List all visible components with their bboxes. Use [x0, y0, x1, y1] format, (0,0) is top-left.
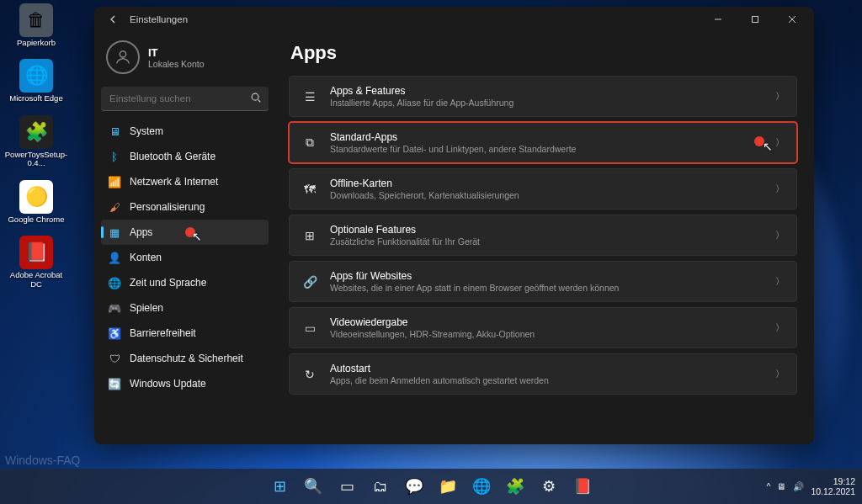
nav-icon: 🔄	[108, 377, 121, 390]
clock-time: 19:12	[811, 476, 855, 486]
nav-label: Spielen	[130, 302, 163, 314]
user-subtitle: Lokales Konto	[148, 59, 205, 69]
chevron-right-icon: 〉	[775, 275, 785, 288]
desktop-icon-2[interactable]: 🧩PowerToysSetup-0.4...	[7, 115, 66, 168]
card-title: Apps für Websites	[330, 270, 619, 282]
system-tray: ^ 🖥 🔊 19:12 10.12.2021	[767, 476, 856, 496]
nav-label: Barrierefreiheit	[130, 327, 196, 339]
card-desc: Apps, die beim Anmelden automatisch gest…	[330, 375, 549, 385]
taskbar-edge[interactable]: 🌐	[466, 471, 497, 501]
titlebar: Einstellungen	[94, 7, 814, 32]
desktop-icon-1[interactable]: 🌐Microsoft Edge	[7, 59, 66, 103]
card-title: Optionale Features	[330, 224, 480, 236]
desktop-icon-glyph: 🌐	[19, 59, 53, 93]
chevron-right-icon: 〉	[775, 321, 785, 334]
chevron-right-icon: 〉	[775, 368, 785, 380]
desktop-icon-0[interactable]: 🗑Papierkorb	[7, 3, 66, 47]
desktop-icon-glyph: 📕	[19, 236, 53, 269]
taskbar-powertoys[interactable]: 🧩	[500, 471, 530, 501]
nav-label: Zeit und Sprache	[130, 277, 206, 289]
desktop-icon-3[interactable]: 🟡Google Chrome	[7, 180, 66, 224]
nav-icon: ♿	[108, 326, 121, 340]
taskbar-chat[interactable]: 💬	[399, 471, 429, 501]
svg-point-3	[252, 93, 258, 100]
nav-label: Netzwerk & Internet	[130, 176, 218, 188]
sidebar-item-konten[interactable]: 👤Konten	[101, 245, 269, 270]
nav-icon: ᛒ	[108, 150, 121, 163]
sidebar: IT Lokales Konto 🖥SystemᛒBluetooth & Ger…	[94, 32, 275, 444]
page-title: Apps	[290, 42, 797, 64]
desktop-icon-label: Microsoft Edge	[9, 94, 62, 103]
sidebar-item-windows-update[interactable]: 🔄Windows Update	[101, 371, 269, 396]
card-title: Standard-Apps	[330, 131, 576, 143]
svg-rect-1	[753, 17, 758, 23]
tray-chevron-icon[interactable]: ^	[767, 481, 771, 491]
nav-label: Bluetooth & Geräte	[130, 151, 216, 162]
tray-network-icon[interactable]: 🖥	[777, 481, 786, 491]
nav-icon: 👤	[108, 251, 121, 264]
card-title: Autostart	[330, 363, 549, 374]
card-desc: Downloads, Speicherort, Kartenaktualisie…	[330, 190, 519, 200]
sidebar-item-barrierefreiheit[interactable]: ♿Barrierefreiheit	[101, 321, 269, 346]
desktop-icon-4[interactable]: 📕Adobe Acrobat DC	[7, 236, 66, 289]
close-button[interactable]	[774, 7, 811, 32]
sidebar-item-zeit-und-sprache[interactable]: 🌐Zeit und Sprache	[101, 270, 269, 295]
desktop-icon-label: Papierkorb	[17, 39, 56, 47]
chevron-right-icon: 〉	[775, 136, 785, 149]
taskbar-settings[interactable]: ⚙	[534, 471, 564, 501]
desktop-icon-label: PowerToysSetup-0.4...	[5, 151, 67, 168]
sidebar-item-datenschutz-sicherheit[interactable]: 🛡Datenschutz & Sicherheit	[101, 346, 269, 371]
search-box[interactable]	[101, 87, 269, 111]
card-desc: Zusätzliche Funktionalität für Ihr Gerät	[330, 236, 480, 247]
desktop-icon-label: Adobe Acrobat DC	[7, 271, 66, 289]
nav-label: Windows Update	[130, 378, 206, 390]
minimize-button[interactable]	[700, 7, 737, 32]
taskbar-acrobat[interactable]: 📕	[567, 471, 598, 501]
nav-label: Apps	[130, 226, 152, 238]
card-title: Videowiedergabe	[330, 316, 535, 328]
card-title: Offline-Karten	[330, 178, 519, 189]
sidebar-item-apps[interactable]: ▦Apps↖	[101, 220, 269, 245]
chevron-right-icon: 〉	[775, 90, 785, 103]
clock[interactable]: 19:12 10.12.2021	[811, 476, 855, 496]
search-input[interactable]	[101, 87, 269, 111]
back-button[interactable]	[104, 10, 123, 29]
card-title: Apps & Features	[330, 85, 513, 97]
taskbar-files[interactable]: 📁	[433, 471, 463, 501]
card-autostart[interactable]: ↻ Autostart Apps, die beim Anmelden auto…	[289, 353, 797, 395]
nav-label: System	[130, 125, 163, 137]
card-videowiedergabe[interactable]: ▭ Videowiedergabe Videoeinstellungen, HD…	[289, 307, 797, 348]
card-apps-features[interactable]: ☰ Apps & Features Installierte Apps, Ali…	[289, 76, 797, 117]
search-icon	[250, 92, 262, 103]
highlight-dot	[185, 227, 195, 237]
taskbar-explorer[interactable]: 🗂	[365, 471, 396, 501]
sidebar-item-bluetooth-ger-te[interactable]: ᛒBluetooth & Geräte	[101, 144, 269, 169]
card-offline-karten[interactable]: 🗺 Offline-Karten Downloads, Speicherort,…	[289, 168, 797, 210]
sidebar-item-personalisierung[interactable]: 🖌Personalisierung	[101, 194, 269, 220]
taskbar-search[interactable]: 🔍	[298, 471, 328, 501]
taskbar-taskview[interactable]: ▭	[332, 471, 362, 501]
card-apps-f-r-websites[interactable]: 🔗 Apps für Websites Websites, die in ein…	[289, 261, 797, 302]
desktop-icon-glyph: 🗑	[19, 3, 53, 37]
nav-label: Konten	[130, 252, 162, 263]
nav-icon: 🖥	[108, 125, 121, 138]
nav-icon: 🛡	[108, 352, 121, 365]
nav-icon: 📶	[108, 175, 121, 188]
sidebar-item-system[interactable]: 🖥System	[101, 119, 269, 144]
watermark: Windows-FAQ	[5, 454, 80, 467]
settings-window: Einstellungen IT Lokales Konto	[94, 7, 814, 444]
sidebar-item-netzwerk-internet[interactable]: 📶Netzwerk & Internet	[101, 169, 269, 194]
clock-date: 10.12.2021	[811, 486, 855, 496]
card-standard-apps[interactable]: ⧉ Standard-Apps Standardwerte für Datei-…	[289, 122, 797, 163]
avatar-icon	[106, 40, 140, 74]
card-optionale-features[interactable]: ⊞ Optionale Features Zusätzliche Funktio…	[289, 215, 797, 256]
nav-icon: 🌐	[108, 276, 121, 289]
maximize-button[interactable]	[737, 7, 774, 32]
taskbar-start[interactable]: ⊞	[264, 471, 295, 501]
tray-volume-icon[interactable]: 🔊	[793, 481, 804, 492]
sidebar-item-spielen[interactable]: 🎮Spielen	[101, 295, 269, 321]
desktop-icons: 🗑Papierkorb🌐Microsoft Edge🧩PowerToysSetu…	[7, 3, 66, 289]
user-card[interactable]: IT Lokales Konto	[101, 37, 269, 82]
svg-line-4	[258, 100, 261, 103]
highlight-dot	[754, 136, 764, 146]
